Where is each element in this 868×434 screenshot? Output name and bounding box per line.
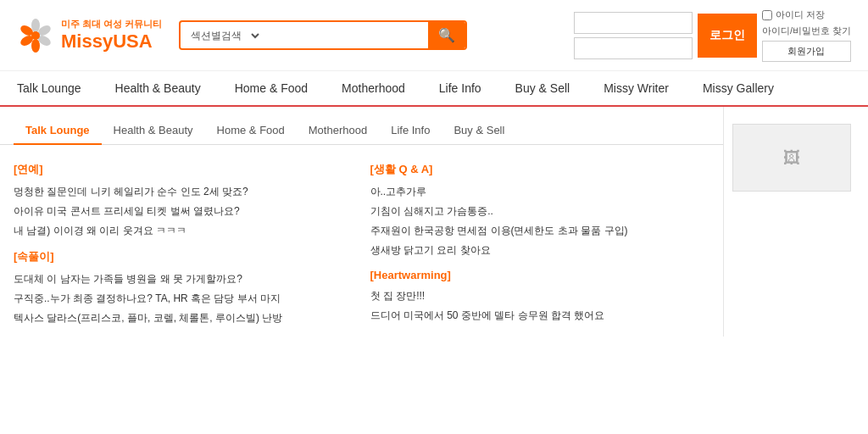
login-options: 아이디 저장 아이디/비밀번호 찾기 회원가입 xyxy=(762,8,851,62)
logo-subtitle: 미주 최대 여성 커뮤니티 xyxy=(61,18,162,31)
sub-tab-health-beauty[interactable]: Health & Beauty xyxy=(102,117,205,145)
nav-item-life-info[interactable]: Life Info xyxy=(422,71,498,105)
search-input[interactable] xyxy=(262,24,428,47)
svg-point-0 xyxy=(31,19,40,32)
sidebar: 🖼 xyxy=(724,107,868,337)
logo-main: MissyUSA xyxy=(61,31,162,53)
nav-item-talk-lounge[interactable]: Talk Lounge xyxy=(0,71,98,105)
logo-icon xyxy=(17,17,54,54)
list-item[interactable]: 구직중..누가 최종 결정하나요? TA, HR 혹은 담당 부서 마지 xyxy=(14,289,353,309)
search-area: 섹션별검색 🔍 xyxy=(179,20,467,50)
list-item[interactable]: 기침이 심해지고 가슴통증.. xyxy=(370,202,710,221)
login-button[interactable]: 로그인 xyxy=(698,14,757,58)
nav-item-missy-gallery[interactable]: Missy Gallery xyxy=(686,71,791,105)
sub-tab-buy-sell[interactable]: Buy & Sell xyxy=(442,117,516,145)
nav-item-buy-sell[interactable]: Buy & Sell xyxy=(498,71,587,105)
login-id-input[interactable] xyxy=(574,12,693,34)
list-item[interactable]: 생새방 닭고기 요리 찾아요 xyxy=(370,241,710,260)
sidebar-ad-image: 🖼 xyxy=(732,124,851,192)
find-account-link[interactable]: 아이디/비밀번호 찾기 xyxy=(762,25,851,37)
category-yeonye: [연예] xyxy=(14,162,353,177)
login-pw-input[interactable] xyxy=(574,37,693,59)
search-section-select[interactable]: 섹션별검색 xyxy=(181,24,262,47)
save-id-label: 아이디 저장 xyxy=(776,8,825,21)
list-item[interactable]: 아..고추가루 xyxy=(370,182,710,202)
sub-tab-home-food[interactable]: Home & Food xyxy=(205,117,297,145)
category-saenghwal-qa: [생활 Q & A] xyxy=(370,162,710,177)
join-button[interactable]: 회원가입 xyxy=(762,41,851,62)
logo-text: 미주 최대 여성 커뮤니티 MissyUSA xyxy=(61,18,162,53)
list-item[interactable]: 드디어 미국에서 50 중반에 델타 승무원 합격 했어요 xyxy=(370,306,710,326)
category-heartwarming: [Heartwarming] xyxy=(370,269,710,281)
search-button[interactable]: 🔍 xyxy=(428,22,465,48)
sub-tab-life-info[interactable]: Life Info xyxy=(379,117,442,145)
svg-point-3 xyxy=(31,39,40,53)
category-sokpuri: [속풀이] xyxy=(14,249,353,264)
main-nav: Talk Lounge Health & Beauty Home & Food … xyxy=(0,71,868,107)
sub-tab-motherhood[interactable]: Motherhood xyxy=(297,117,379,145)
list-item[interactable]: 내 남결) 이이경 왜 이리 웃겨요 ㅋㅋㅋ xyxy=(14,221,353,241)
content-wrap: Talk Lounge Health & Beauty Home & Food … xyxy=(0,107,868,337)
posts-right-col: [생활 Q & A] 아..고추가루 기침이 심해지고 가슴통증.. 주재원이 … xyxy=(370,153,710,328)
nav-item-missy-writer[interactable]: Missy Writer xyxy=(587,71,686,105)
sub-tab-talk-lounge[interactable]: Talk Lounge xyxy=(14,117,102,145)
nav-item-health-beauty[interactable]: Health & Beauty xyxy=(98,71,218,105)
save-id-checkbox-label[interactable]: 아이디 저장 xyxy=(762,8,851,21)
sub-tabs: Talk Lounge Health & Beauty Home & Food … xyxy=(0,107,723,145)
list-item[interactable]: 도대체 이 남자는 가족들 병원을 왜 못 가게할까요? xyxy=(14,270,353,289)
list-item[interactable]: 첫 집 장만!!! xyxy=(370,287,710,306)
main-content: Talk Lounge Health & Beauty Home & Food … xyxy=(0,107,724,337)
login-header-area: 로그인 아이디 저장 아이디/비밀번호 찾기 회원가입 xyxy=(574,8,851,62)
save-id-checkbox[interactable] xyxy=(762,10,772,20)
list-item[interactable]: 주재원이 한국공항 면세점 이용(면세한도 초과 물품 구입) xyxy=(370,221,710,241)
svg-point-6 xyxy=(31,31,40,40)
posts-area: [연예] 멍청한 질문인데 니키 헤일리가 순수 인도 2세 맞죠? 아이유 미… xyxy=(0,145,723,337)
list-item[interactable]: 아이유 미국 콘서트 프리세일 티켓 벌써 열렸나요? xyxy=(14,202,353,221)
posts-left-col: [연예] 멍청한 질문인데 니키 헤일리가 순수 인도 2세 맞죠? 아이유 미… xyxy=(14,153,353,328)
logo-area: 미주 최대 여성 커뮤니티 MissyUSA xyxy=(17,17,162,54)
nav-item-motherhood[interactable]: Motherhood xyxy=(325,71,422,105)
header: 미주 최대 여성 커뮤니티 MissyUSA 섹션별검색 🔍 로그인 아이디 저… xyxy=(0,0,868,71)
list-item[interactable]: 멍청한 질문인데 니키 헤일리가 순수 인도 2세 맞죠? xyxy=(14,182,353,202)
nav-item-home-food[interactable]: Home & Food xyxy=(218,71,325,105)
list-item[interactable]: 텍사스 달라스(프리스코, 플마, 코렐, 체롤톤, 루이스빌) 난방 xyxy=(14,309,353,328)
